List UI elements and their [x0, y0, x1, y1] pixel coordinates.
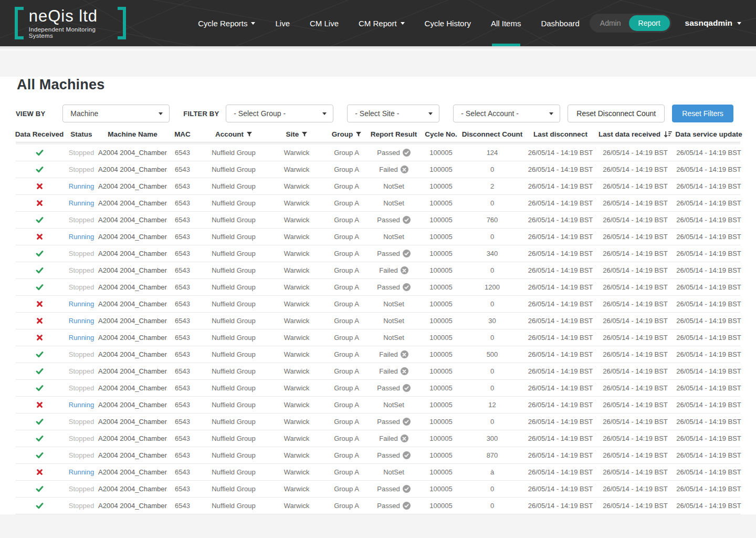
cell-account: Nuffield Group [200, 434, 268, 442]
cell-disconnect-count: 0 [462, 233, 522, 241]
status-text[interactable]: Running [69, 401, 94, 409]
report-result-text: NotSet [383, 182, 404, 190]
brand-logo[interactable]: neQis ltd Independent Monitoring Systems [15, 7, 126, 39]
cell-mac: 6543 [165, 485, 200, 493]
nav-item-label: All Items [491, 19, 521, 28]
status-text[interactable]: Running [69, 300, 94, 308]
cell-last-data-received: 26/05/14 - 14:19 BST [598, 502, 672, 510]
cell-machine-name: A2004 2004_Chamber [100, 485, 165, 493]
status-text[interactable]: Running [69, 182, 94, 190]
cell-last-disconnect: 26/05/14 - 14:19 BST [522, 434, 598, 442]
cell-site: Warwick [268, 418, 326, 426]
filter-icon[interactable] [356, 132, 361, 137]
column-header-account[interactable]: Account [200, 128, 268, 142]
nav-item-dashboard[interactable]: Dashboard [531, 0, 589, 46]
reset-disconnect-count-button[interactable]: Reset Disconnect Count [568, 105, 665, 122]
cell-cycle-no: 100005 [420, 401, 462, 409]
cell-group: Group A [326, 502, 368, 510]
cell-disconnect-count: 0 [462, 384, 522, 392]
circle-check-icon [403, 502, 411, 510]
cell-data-received [16, 469, 63, 475]
cell-group: Group A [326, 182, 368, 190]
view-by-select[interactable]: Machine [62, 105, 170, 122]
cell-machine-name: A2004 2004_Chamber [100, 502, 165, 510]
toggle-option-report[interactable]: Report [629, 15, 670, 31]
check-icon [36, 451, 44, 459]
status-text[interactable]: Running [69, 468, 94, 476]
group-filter-select[interactable]: - Select Group - [226, 105, 333, 122]
cell-report-result: Passed [368, 485, 420, 493]
status-text: Stopped [69, 250, 94, 257]
column-header-label: Cycle No. [425, 130, 457, 138]
cell-group: Group A [326, 350, 368, 358]
status-text[interactable]: Running [69, 233, 94, 241]
toggle-option-admin[interactable]: Admin [591, 16, 629, 30]
cell-last-disconnect: 26/05/14 - 14:19 BST [522, 350, 598, 358]
cell-last-data-received: 26/05/14 - 14:19 BST [598, 199, 672, 207]
reset-filters-button[interactable]: Reset Filters [672, 105, 733, 122]
check-icon [36, 149, 44, 157]
cell-group: Group A [326, 334, 368, 342]
nav-item-cycle-history[interactable]: Cycle History [415, 0, 481, 46]
cell-group: Group A [326, 468, 368, 476]
site-filter-select[interactable]: - Select Site - [347, 105, 439, 122]
report-result-text: NotSet [383, 199, 404, 207]
sort-descending-icon[interactable] [664, 131, 672, 138]
status-text[interactable]: Running [69, 199, 94, 207]
user-menu[interactable]: sasnqadmin [685, 18, 741, 28]
cell-data-received [16, 183, 63, 190]
circle-check-icon [403, 451, 411, 459]
column-header-group[interactable]: Group [326, 128, 368, 142]
filter-icon[interactable] [302, 132, 307, 137]
machines-table: Data ReceivedStatusMachine NameMACAccoun… [16, 128, 740, 514]
report-result-text: Passed [377, 418, 400, 426]
cell-group: Group A [326, 317, 368, 325]
cell-status: Stopped [63, 418, 100, 426]
cell-last-data-received: 26/05/14 - 14:19 BST [598, 451, 672, 459]
cell-report-result: NotSet [368, 199, 420, 207]
table-header-row: Data ReceivedStatusMachine NameMACAccoun… [16, 128, 740, 142]
cell-last-disconnect: 26/05/14 - 14:19 BST [522, 334, 598, 342]
nav-item-all-items[interactable]: All Items [481, 0, 531, 46]
table-row: Stopped A2004 2004_Chamber 6543 Nuffield… [16, 481, 740, 498]
nav-item-cm-report[interactable]: CM Report [349, 0, 415, 46]
page-title: All Machines [17, 77, 756, 93]
cell-machine-name: A2004 2004_Chamber [100, 233, 165, 241]
cell-site: Warwick [268, 384, 326, 392]
cell-site: Warwick [268, 149, 326, 157]
cell-report-result: Passed [368, 502, 420, 510]
cell-mac: 6543 [165, 250, 200, 257]
cell-account: Nuffield Group [200, 317, 268, 325]
account-filter-value: - Select Account - [461, 109, 519, 118]
cell-last-data-received: 26/05/14 - 14:19 BST [598, 485, 672, 493]
cell-last-disconnect: 26/05/14 - 14:19 BST [522, 250, 598, 257]
cell-status: Running [63, 300, 100, 308]
check-icon [36, 485, 44, 493]
nav-item-cm-live[interactable]: CM Live [300, 0, 349, 46]
cell-cycle-no: 100005 [420, 216, 462, 224]
filter-icon[interactable] [247, 132, 252, 137]
chevron-down-icon [401, 22, 405, 25]
admin-report-toggle[interactable]: Admin Report [590, 14, 671, 33]
cell-last-disconnect: 26/05/14 - 14:19 BST [522, 233, 598, 241]
cell-data-service-update: 26/05/14 - 14:19 BST [672, 300, 746, 308]
report-result-text: Passed [377, 451, 400, 459]
account-filter-select[interactable]: - Select Account - [453, 105, 560, 122]
table-row: Running A2004 2004_Chamber 6543 Nuffield… [16, 329, 740, 346]
nav-item-cycle-reports[interactable]: Cycle Reports [188, 0, 265, 46]
column-header-site[interactable]: Site [268, 128, 326, 142]
status-text: Stopped [69, 502, 94, 510]
cell-machine-name: A2004 2004_Chamber [100, 434, 165, 442]
cell-account: Nuffield Group [200, 165, 268, 173]
column-header-last-data-received[interactable]: Last data received [598, 128, 672, 142]
status-text[interactable]: Running [69, 334, 94, 342]
cell-last-disconnect: 26/05/14 - 14:19 BST [522, 182, 598, 190]
check-icon [36, 283, 44, 291]
status-text: Stopped [69, 434, 94, 442]
status-text[interactable]: Running [69, 317, 94, 325]
nav-item-live[interactable]: Live [265, 0, 300, 46]
cell-disconnect-count: 0 [462, 165, 522, 173]
table-row: Stopped A2004 2004_Chamber 6543 Nuffield… [16, 144, 740, 161]
cell-data-received [16, 317, 63, 324]
cell-group: Group A [326, 165, 368, 173]
